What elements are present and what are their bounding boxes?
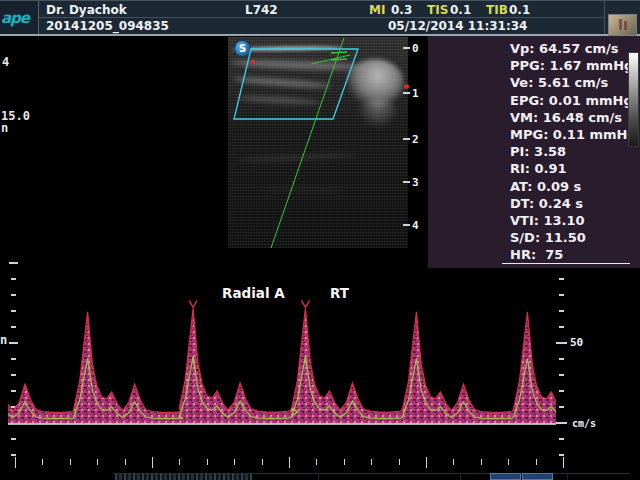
depth-label-2: 2 — [412, 133, 419, 146]
velocity-tick-left — [11, 406, 16, 408]
measurement-vti: VTI: 13.10 — [510, 212, 640, 229]
header-right-divider — [604, 1, 605, 34]
time-tick — [125, 459, 126, 465]
velocity-tick-left — [9, 342, 18, 344]
measurement-s-d: S/D: 11.50 — [510, 229, 640, 246]
brand-logo-strip: ape — [0, 1, 39, 34]
depth-tick — [403, 92, 410, 94]
velocity-tick-left — [11, 294, 16, 296]
velocity-tick-left — [11, 358, 16, 360]
measurement-vp: Vp: 64.57 cm/s — [510, 40, 640, 57]
vessel-label: Radial A — [222, 285, 285, 301]
side-label-frequency: 4 — [2, 55, 9, 69]
image-thumbnail-icon[interactable] — [608, 14, 637, 36]
softmenu-divider — [318, 474, 319, 480]
depth-tick — [403, 224, 410, 226]
exam-id: 20141205_094835 — [46, 19, 169, 33]
softmenu-cell-active[interactable] — [490, 473, 521, 480]
velocity-tick-right — [559, 310, 564, 312]
velocity-tick-label: 50 — [570, 336, 583, 349]
depth-label-1: 1 — [412, 87, 419, 100]
velocity-tick-right — [559, 390, 564, 392]
velocity-tick-left — [9, 262, 18, 264]
depth-label-3: 3 — [412, 176, 419, 189]
measurement-epg: EPG: 0.01 mmHg — [510, 92, 640, 109]
velocity-tick-right — [559, 326, 564, 328]
mi-value: 0.3 — [391, 3, 412, 17]
side-indicator-label: RT — [330, 285, 349, 301]
velocity-tick-right — [559, 374, 564, 376]
vendor-s-logo: S — [234, 40, 251, 57]
velocity-tick-right — [556, 422, 567, 424]
tissue-echo-streak — [236, 95, 321, 105]
peak-velocity-marker[interactable] — [189, 300, 197, 307]
time-tick — [371, 459, 372, 465]
time-tick — [399, 459, 400, 465]
velocity-tick-right — [556, 342, 567, 344]
time-tick — [42, 459, 43, 465]
time-tick — [289, 457, 290, 468]
measurement-ppg: PPG: 1.67 mmHg — [510, 57, 640, 74]
peak-velocity-marker[interactable] — [301, 300, 309, 307]
time-tick — [207, 459, 208, 465]
tissue-echo-streak — [258, 187, 348, 191]
measurement-pi: PI: 3.58 — [510, 143, 640, 160]
time-tick — [563, 457, 564, 468]
bmode-image — [228, 37, 408, 248]
depth-tick — [403, 138, 410, 140]
softmenu-cell-active[interactable] — [522, 473, 553, 480]
side-label-unit: n — [1, 121, 8, 135]
depth-tick — [403, 47, 410, 49]
velocity-tick-right — [559, 438, 564, 440]
measurement-ve: Ve: 5.61 cm/s — [510, 74, 640, 91]
thumbnail-detail — [619, 19, 622, 30]
datetime: 05/12/2014 11:31:34 — [388, 19, 527, 33]
velocity-tick-left — [11, 454, 16, 456]
softmenu-divider — [567, 474, 568, 480]
time-tick — [15, 457, 16, 468]
velocity-tick-left — [11, 326, 16, 328]
time-tick — [179, 459, 180, 465]
measurement-at: AT: 0.09 s — [510, 178, 640, 195]
patient-name: Dr. Dyachok — [46, 3, 127, 17]
velocity-tick-left — [11, 390, 16, 392]
velocity-tick-right — [559, 454, 564, 456]
measurement-hr: HR: 75 — [510, 246, 640, 263]
focus-marker[interactable] — [404, 84, 409, 89]
velocity-tick-right — [559, 406, 564, 408]
header-row-divider — [39, 17, 604, 18]
time-tick — [97, 459, 98, 465]
softmenu-minitext — [115, 474, 252, 480]
velocity-tick-right — [559, 278, 564, 280]
tib-label: TIB — [486, 3, 508, 17]
measurement-vm: VM: 16.48 cm/s — [510, 109, 640, 126]
side-label-gain: n — [0, 333, 7, 347]
measurement-underline — [502, 263, 630, 264]
time-tick — [316, 459, 317, 465]
velocity-tick-left — [11, 438, 16, 440]
tissue-echo-streak — [232, 76, 332, 90]
time-tick — [508, 459, 509, 465]
probe-model: L742 — [245, 3, 278, 17]
measurement-dt: DT: 0.24 s — [510, 195, 640, 212]
measurement-mpg: MPG: 0.11 mmHg — [510, 126, 640, 143]
time-tick — [536, 459, 537, 465]
ve-marker[interactable] — [291, 408, 297, 416]
depth-label-4: 4 — [412, 219, 419, 232]
time-tick — [152, 457, 153, 468]
mi-label: MI — [369, 3, 385, 17]
ultrasound-screen: ape Dr. Dyachok L742 MI 0.3 TIS 0.1 TIB … — [0, 0, 640, 480]
time-tick — [426, 457, 427, 468]
velocity-tick-left — [11, 310, 16, 312]
softmenu-divider — [460, 474, 461, 480]
measurement-panel: Vp: 64.57 cm/sPPG: 1.67 mmHgVe: 5.61 cm/… — [428, 36, 640, 268]
tib-value: 0.1 — [509, 3, 530, 17]
velocity-tick-right — [559, 358, 564, 360]
brand-logo: ape — [1, 9, 29, 27]
header-bar: ape Dr. Dyachok L742 MI 0.3 TIS 0.1 TIB … — [0, 0, 640, 36]
tis-label: TIS — [427, 3, 448, 17]
time-tick — [262, 459, 263, 465]
velocity-tick-right — [559, 294, 564, 296]
grayscale-bar — [628, 52, 639, 147]
tis-value: 0.1 — [450, 3, 471, 17]
